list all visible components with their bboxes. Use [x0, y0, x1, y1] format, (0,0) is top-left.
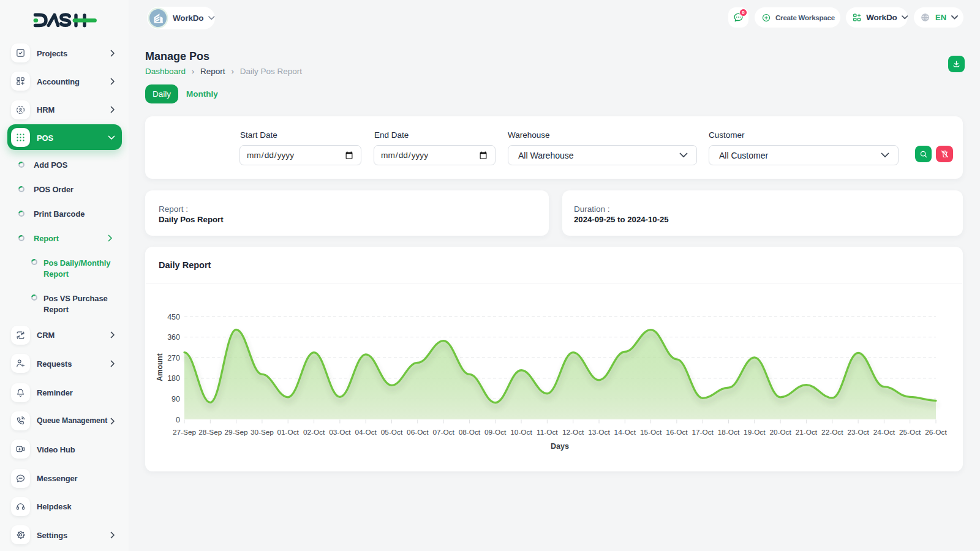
- svg-text:03-Oct: 03-Oct: [329, 428, 351, 437]
- svg-text:19-Oct: 19-Oct: [744, 428, 766, 437]
- svg-text:04-Oct: 04-Oct: [355, 428, 377, 437]
- svg-text:20-Oct: 20-Oct: [769, 428, 791, 437]
- svg-text:21-Oct: 21-Oct: [796, 428, 818, 437]
- svg-text:18-Oct: 18-Oct: [718, 428, 740, 437]
- svg-text:22-Oct: 22-Oct: [821, 428, 843, 437]
- svg-text:30-Sep: 30-Sep: [251, 428, 274, 437]
- svg-text:15-Oct: 15-Oct: [640, 428, 662, 437]
- svg-text:25-Oct: 25-Oct: [899, 428, 921, 437]
- svg-text:0: 0: [176, 416, 180, 424]
- svg-text:90: 90: [172, 395, 180, 403]
- svg-text:09-Oct: 09-Oct: [484, 428, 507, 437]
- svg-text:08-Oct: 08-Oct: [459, 428, 481, 437]
- svg-text:14-Oct: 14-Oct: [614, 428, 636, 437]
- svg-text:23-Oct: 23-Oct: [847, 428, 869, 437]
- svg-text:24-Oct: 24-Oct: [873, 428, 895, 437]
- svg-text:180: 180: [167, 374, 180, 383]
- svg-text:07-Oct: 07-Oct: [432, 428, 454, 437]
- svg-text:01-Oct: 01-Oct: [277, 428, 299, 437]
- svg-text:02-Oct: 02-Oct: [303, 428, 325, 437]
- svg-text:12-Oct: 12-Oct: [562, 428, 584, 437]
- svg-text:29-Sep: 29-Sep: [225, 428, 248, 437]
- svg-text:16-Oct: 16-Oct: [666, 428, 688, 437]
- svg-text:05-Oct: 05-Oct: [381, 428, 403, 437]
- svg-text:06-Oct: 06-Oct: [407, 428, 429, 437]
- svg-text:26-Oct: 26-Oct: [925, 428, 947, 437]
- svg-text:13-Oct: 13-Oct: [588, 428, 610, 437]
- svg-text:450: 450: [167, 313, 180, 321]
- svg-text:270: 270: [167, 354, 180, 362]
- svg-text:Days: Days: [551, 442, 569, 451]
- svg-text:10-Oct: 10-Oct: [510, 428, 532, 437]
- svg-text:11-Oct: 11-Oct: [537, 428, 558, 437]
- svg-text:28-Sep: 28-Sep: [198, 428, 222, 437]
- svg-text:Amount: Amount: [156, 353, 164, 381]
- svg-text:27-Sep: 27-Sep: [173, 428, 196, 437]
- svg-text:17-Oct: 17-Oct: [692, 428, 714, 437]
- svg-text:360: 360: [167, 333, 180, 342]
